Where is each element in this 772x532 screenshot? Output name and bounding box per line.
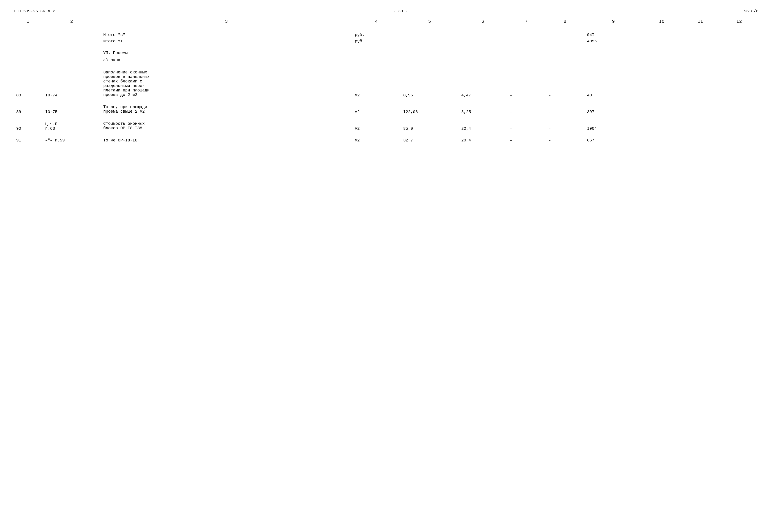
itogo-vi-unit: руб.	[352, 38, 401, 44]
row88-line2: проемов в панельных	[103, 75, 349, 79]
itogo-vi-col11	[681, 38, 720, 44]
header-center: - 33 -	[393, 9, 408, 14]
column-headers: I 2 3 4 5 6 7 8 9 IO II I2	[14, 17, 758, 26]
row90-col11	[681, 115, 720, 132]
row91-col6: 20,4	[458, 132, 507, 144]
row88-unit: м2	[352, 64, 401, 98]
itogo-v-col6	[458, 26, 507, 38]
itogo-v-col10	[643, 26, 681, 38]
row88-line4: раздельными пере-	[103, 84, 349, 88]
doc-number: 9618/6	[744, 9, 758, 14]
row88-desc: Заполнение оконных проемов в панельных с…	[100, 64, 352, 98]
itogo-v-col8	[546, 26, 585, 38]
row88-col9: 40	[584, 64, 643, 98]
col-header-9: 9	[584, 17, 643, 26]
row88-line3: стенах блоками с	[103, 79, 349, 84]
itogo-v-col1	[14, 26, 43, 38]
header-right: 9618/6	[744, 9, 758, 14]
row90-col5: 85,0	[401, 115, 459, 132]
section-rest	[352, 44, 758, 57]
row89-col5: I22,08	[401, 98, 459, 115]
itogo-vi-col7	[507, 38, 546, 44]
itogo-vi-col8	[546, 38, 585, 44]
subsection-a-row: а) окна	[14, 57, 758, 64]
row90-col10	[643, 115, 681, 132]
itogo-v-col7	[507, 26, 546, 38]
row91-col5: 32,7	[401, 132, 459, 144]
row90-num: 90	[14, 115, 43, 132]
row90-unit: м2	[352, 115, 401, 132]
itogo-v-row: Итого "в" руб. 94I	[14, 26, 758, 38]
row91-col8: –	[546, 132, 585, 144]
itogo-vi-col9: 4056	[584, 38, 643, 44]
itogo-vi-col10	[643, 38, 681, 44]
row89-code: IO-75	[43, 98, 101, 115]
row89-unit: м2	[352, 98, 401, 115]
row89-col12	[720, 98, 758, 115]
row-90: 90 Ц.ч.П п.63 Стоимость оконных блоков О…	[14, 115, 758, 132]
row90-desc: Стоимость оконных блоков ОР-I8-I88	[100, 115, 352, 132]
col-header-10: IO	[643, 17, 681, 26]
col-header-11: II	[681, 17, 720, 26]
row91-col7: –	[507, 132, 546, 144]
row91-desc: То же ОР-I8-I8Г	[100, 132, 352, 144]
itogo-vi-col5	[401, 38, 459, 44]
row90-code: Ц.ч.П п.63	[43, 115, 101, 132]
itogo-v-col5	[401, 26, 459, 38]
itogo-vi-col1	[14, 38, 43, 44]
doc-reference: Т.П.509-25.86 Л.УI	[14, 9, 57, 14]
row91-unit: м2	[352, 132, 401, 144]
row88-col7: –	[507, 64, 546, 98]
row91-num: 9I	[14, 132, 43, 144]
row90-col6: 22,4	[458, 115, 507, 132]
row91-code: –"– п.59	[43, 132, 101, 144]
row88-col6: 4,47	[458, 64, 507, 98]
row89-desc: То же, при площади проема свыше 2 м2	[100, 98, 352, 115]
row88-col8: –	[546, 64, 585, 98]
row89-num: 89	[14, 98, 43, 115]
page-header: Т.П.509-25.86 Л.УI - 33 - 9618/6	[14, 9, 758, 14]
row89-col11	[681, 98, 720, 115]
page-number: - 33 -	[393, 9, 408, 14]
itogo-v-label: Итого "в"	[100, 26, 352, 38]
subsec-rest	[352, 57, 758, 64]
row88-line6: проема до 2 м2	[103, 93, 349, 97]
col-header-4: 4	[352, 17, 401, 26]
row90-line1: Стоимость оконных	[103, 121, 349, 126]
subsec-col1	[14, 57, 43, 64]
row88-col12	[720, 64, 758, 98]
col-header-6: 6	[458, 17, 507, 26]
col-header-2: 2	[43, 17, 101, 26]
itogo-vi-col12	[720, 38, 758, 44]
row88-num: 88	[14, 64, 43, 98]
itogo-v-col11	[681, 26, 720, 38]
subsection-a-label: а) окна	[100, 57, 352, 64]
row89-line2: проема свыше 2 м2	[103, 109, 349, 114]
row90-col7: –	[507, 115, 546, 132]
subsec-col2	[43, 57, 101, 64]
row90-col9: I904	[584, 115, 643, 132]
row89-col8: –	[546, 98, 585, 115]
itogo-vi-col6	[458, 38, 507, 44]
itogo-v-unit: руб.	[352, 26, 401, 38]
itogo-v-col12	[720, 26, 758, 38]
col-header-12: I2	[720, 17, 758, 26]
row90-col8: –	[546, 115, 585, 132]
header-left: Т.П.509-25.86 Л.УI	[14, 9, 57, 14]
row-88: 88 IO-74 Заполнение оконных проемов в па…	[14, 64, 758, 98]
row91-col11	[681, 132, 720, 144]
itogo-v-col2	[43, 26, 101, 38]
row88-col5: 8,96	[401, 64, 459, 98]
row89-line1: То же, при площади	[103, 105, 349, 109]
row88-line5: плетами при площади	[103, 88, 349, 93]
row88-col10	[643, 64, 681, 98]
row89-col6: 3,25	[458, 98, 507, 115]
row90-code-line1: Ц.ч.П	[45, 122, 98, 126]
row-91: 9I –"– п.59 То же ОР-I8-I8Г м2 32,7 20,4…	[14, 132, 758, 144]
section-col2	[43, 44, 101, 57]
main-table: I 2 3 4 5 6 7 8 9 IO II I2 Итого "в" руб…	[14, 16, 758, 144]
itogo-vi-label: Итого УI	[100, 38, 352, 44]
row91-col9: 667	[584, 132, 643, 144]
section-header-row: УП. Проемы	[14, 44, 758, 57]
itogo-vi-row: Итого УI руб. 4056	[14, 38, 758, 44]
